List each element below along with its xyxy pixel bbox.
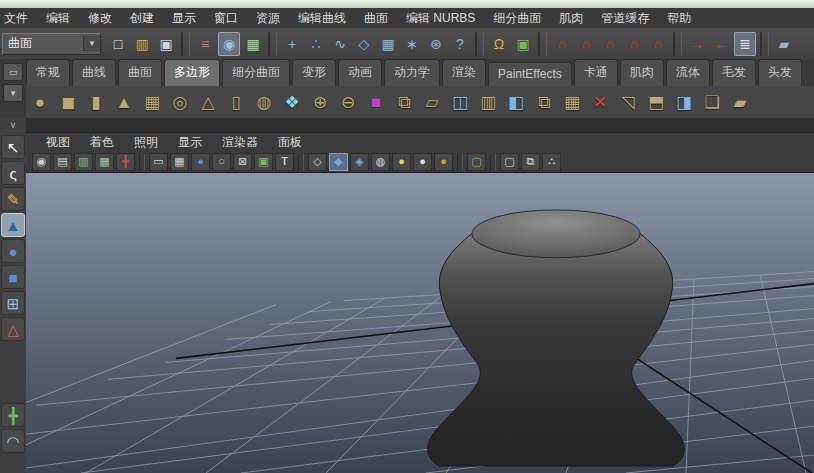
poly-pipe-icon[interactable]: ▯	[223, 88, 249, 116]
textured-cube-icon[interactable]: ■	[363, 88, 389, 116]
wireframe-cube-icon[interactable]: ◇	[308, 153, 327, 171]
mask-curves-icon[interactable]: ∿	[329, 32, 351, 56]
paint-select-tool[interactable]: ✎	[1, 187, 25, 211]
shelf-tab-selector-icon[interactable]: ▭	[3, 63, 23, 81]
select-object-icon[interactable]: ◉	[218, 32, 240, 56]
mask-hierarchy-icon[interactable]: ∴	[305, 32, 327, 56]
lattice-deform-icon[interactable]: ▦	[559, 88, 585, 116]
menu-modify[interactable]: 修改	[79, 8, 121, 29]
flip-triangle-icon[interactable]: ◹	[615, 88, 641, 116]
save-scene-icon[interactable]: ▣	[155, 32, 177, 56]
shelf-tab-toon[interactable]: 卡通	[574, 59, 618, 86]
shelf-tab-surfaces[interactable]: 曲面	[118, 59, 162, 86]
lock-selection-icon[interactable]: Ω	[488, 32, 510, 56]
rotate-tool[interactable]: ●	[1, 239, 25, 263]
snap-to-curve-icon[interactable]: ∩	[575, 32, 597, 56]
menu-muscle[interactable]: 肌肉	[550, 8, 592, 29]
subdiv-proxy-icon[interactable]: ❖	[279, 88, 305, 116]
split-polygon-icon[interactable]: ▥	[475, 88, 501, 116]
panel-menu-lighting[interactable]: 照明	[124, 132, 168, 153]
menu-pipeline-cache[interactable]: 管道缓存	[592, 8, 658, 29]
safe-title-icon[interactable]: ▣	[254, 153, 273, 171]
shelf-tab-deformation[interactable]: 变形	[292, 59, 336, 86]
last-tool-used[interactable]: ◠	[1, 429, 25, 453]
bevel-edge-icon[interactable]: ◧	[503, 88, 529, 116]
smooth-shade-cube-icon[interactable]: ◆	[329, 153, 348, 171]
lasso-select-tool[interactable]: ς	[1, 161, 25, 185]
resolution-gate-icon[interactable]: ▦	[170, 153, 189, 171]
panel-menu-shading[interactable]: 着色	[80, 132, 124, 153]
snap-to-view-plane-icon[interactable]: ∩	[623, 32, 645, 56]
mask-misc-icon[interactable]: ?	[449, 32, 471, 56]
isolate-select-icon[interactable]: ▢	[500, 153, 519, 171]
menu-surfaces[interactable]: 曲面	[355, 8, 397, 29]
shelf-menu-icon[interactable]: ▾	[3, 84, 23, 102]
shelf-tab-rendering[interactable]: 渲染	[442, 59, 486, 86]
bridge-edge-icon[interactable]: ◫	[447, 88, 473, 116]
scale-tool[interactable]: ■	[1, 265, 25, 289]
duplicate-face-icon[interactable]: ⧉	[531, 88, 557, 116]
share-view-icon[interactable]: ∴	[542, 153, 561, 171]
append-polygon-icon[interactable]: ▱	[419, 88, 445, 116]
open-scene-icon[interactable]: ▥	[131, 32, 153, 56]
marquee-select-icon[interactable]: ▢	[467, 153, 486, 171]
construction-history-icon[interactable]: ≣	[734, 32, 756, 56]
menu-set-dropdown[interactable]: 曲面 ▼	[2, 33, 101, 55]
menu-edit[interactable]: 编辑	[37, 8, 79, 29]
texture-view-icon[interactable]: T	[275, 153, 294, 171]
menu-assets[interactable]: 资源	[247, 8, 289, 29]
vase-object[interactable]	[428, 210, 685, 466]
menu-file[interactable]: 文件	[0, 8, 37, 29]
highlight-selection-icon[interactable]: ▣	[512, 32, 534, 56]
mask-deformations-icon[interactable]: ▦	[377, 32, 399, 56]
menu-create[interactable]: 创建	[121, 8, 163, 29]
soft-modification-tool[interactable]: △	[1, 317, 25, 341]
poly-plane-icon[interactable]: ▦	[139, 88, 165, 116]
snap-to-point-icon[interactable]: ∩	[599, 32, 621, 56]
delete-face-icon[interactable]: ✕	[587, 88, 613, 116]
menu-window[interactable]: 窗口	[205, 8, 247, 29]
pan-zoom-2d-icon[interactable]: ╋	[116, 153, 135, 171]
shelf-tab-polygons[interactable]: 多边形	[164, 59, 220, 86]
new-scene-icon[interactable]: □	[107, 32, 129, 56]
poly-torus-icon[interactable]: ◎	[167, 88, 193, 116]
shelf-tab-dynamics[interactable]: 动力学	[384, 59, 440, 86]
shelf-tab-painteffects[interactable]: PaintEffects	[488, 62, 572, 86]
menu-edit-nurbs[interactable]: 编辑 NURBS	[397, 8, 484, 29]
output-connections-icon[interactable]: ←	[710, 32, 732, 56]
panel-menu-panels[interactable]: 面板	[268, 132, 312, 153]
smooth-mesh-icon[interactable]: ◍	[251, 88, 277, 116]
sculpt-mesh-icon[interactable]: ▰	[727, 88, 753, 116]
extrude-face-icon[interactable]: ⧉	[391, 88, 417, 116]
shelf-tab-muscle[interactable]: 肌肉	[620, 59, 664, 86]
textured-ball-icon[interactable]: ◍	[371, 153, 390, 171]
mask-surfaces-icon[interactable]: ◇	[353, 32, 375, 56]
panel-menu-view[interactable]: 视图	[36, 132, 80, 153]
menu-display[interactable]: 显示	[163, 8, 205, 29]
poly-cylinder-icon[interactable]: ▮	[83, 88, 109, 116]
poly-pyramid-icon[interactable]: △	[195, 88, 221, 116]
shelf-tab-general[interactable]: 常规	[26, 59, 70, 86]
shelf-tab-animation[interactable]: 动画	[338, 59, 382, 86]
universal-manipulator-tool[interactable]: ⊞	[1, 291, 25, 315]
select-hierarchy-icon[interactable]: ≡	[194, 32, 216, 56]
menu-subdiv-surfaces[interactable]: 细分曲面	[484, 8, 550, 29]
show-manipulator-tool[interactable]: ╋	[1, 403, 25, 427]
ambient-light-icon[interactable]: ●	[434, 153, 453, 171]
image-plane-icon[interactable]: ▦	[95, 153, 114, 171]
panel-menu-show[interactable]: 显示	[168, 132, 212, 153]
bookmark-book-icon[interactable]: ▥	[74, 153, 93, 171]
camera-bookmark-icon[interactable]: ▤	[53, 153, 72, 171]
gate-mask-icon[interactable]: ●	[191, 153, 210, 171]
mirror-geometry-icon[interactable]: ◨	[671, 88, 697, 116]
collapse-shelf-icon[interactable]: ∨	[3, 119, 23, 131]
all-lights-icon[interactable]: ●	[413, 153, 432, 171]
isolate-view-icon[interactable]: ⧉	[521, 153, 540, 171]
quad-draw-icon[interactable]: ❏	[699, 88, 725, 116]
panel-menu-renderer[interactable]: 渲染器	[212, 132, 268, 153]
field-chart-icon[interactable]: ○	[212, 153, 231, 171]
menu-edit-curves[interactable]: 编辑曲线	[289, 8, 355, 29]
shelf-tab-fluids[interactable]: 流体	[666, 59, 710, 86]
select-tool[interactable]: ↖	[1, 135, 25, 159]
safe-action-icon[interactable]: ⊠	[233, 153, 252, 171]
